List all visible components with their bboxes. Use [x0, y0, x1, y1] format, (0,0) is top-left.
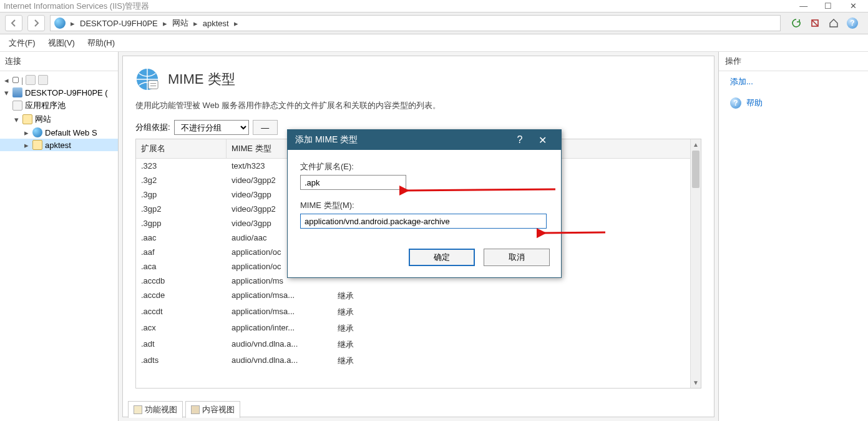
tree-node-apktest[interactable]: ▸ apktest: [0, 139, 118, 151]
actions-panel: 操作 添加... ? 帮助: [718, 52, 868, 421]
breadcrumb-sep-icon: ▸: [68, 19, 77, 28]
cell-ext: .accdb: [136, 274, 227, 288]
close-button[interactable]: ✕: [842, 1, 864, 11]
cell-ext: .aca: [136, 259, 227, 274]
tree-node-app-pools[interactable]: 应用程序池: [0, 99, 118, 112]
cell-mime: audio/vnd.dlna.a...: [227, 337, 333, 353]
menu-file[interactable]: 文件(F): [2, 35, 42, 51]
help-icon: ?: [730, 97, 741, 109]
group-by-label: 分组依据:: [135, 122, 170, 133]
view-tabs: 功能视图 内容视图: [128, 401, 240, 418]
globe-icon: [54, 17, 66, 29]
cell-ext: .3gp2: [136, 202, 227, 216]
menu-help[interactable]: 帮助(H): [81, 35, 121, 51]
expand-icon[interactable]: ▸: [22, 141, 30, 150]
mime-input[interactable]: [300, 214, 547, 229]
vertical-scrollbar[interactable]: ▲ ▼: [690, 139, 701, 388]
tree-node-label: Default Web S: [45, 128, 97, 137]
cell-mime: application/msa...: [227, 288, 333, 304]
tab-label: 内容视图: [202, 404, 235, 415]
cell-ext: .accde: [136, 288, 227, 304]
tab-content-view[interactable]: 内容视图: [185, 401, 240, 418]
ext-label: 文件扩展名(E):: [300, 161, 549, 172]
breadcrumb-seg-sites[interactable]: 网站: [172, 17, 188, 29]
menu-bar: 文件(F) 视图(V) 帮助(H): [0, 34, 868, 52]
cell-ext: .3gpp: [136, 216, 227, 230]
collapse-icon[interactable]: ▾: [2, 88, 10, 97]
cancel-button[interactable]: 取消: [484, 249, 550, 266]
add-mime-dialog: 添加 MIME 类型 ? ✕ 文件扩展名(E): MIME 类型(M): 确定 …: [287, 129, 562, 278]
tree-node-default-site[interactable]: ▸ Default Web S: [0, 126, 118, 139]
cell-ext: .adt: [136, 337, 227, 353]
table-row[interactable]: .accdeapplication/msa...继承: [136, 288, 690, 304]
action-label: 添加...: [730, 76, 753, 87]
breadcrumb-seg-site[interactable]: apktest: [203, 19, 229, 28]
expand-icon[interactable]: ▸: [22, 128, 30, 137]
connections-tree: ◂ | ▾ DESKTOP-U9FH0PE ( 应用程序池 ▾ 网站: [0, 71, 118, 154]
tree-home-icon[interactable]: [12, 77, 19, 83]
dialog-title: 添加 MIME 类型: [295, 134, 509, 146]
dialog-help-button[interactable]: ?: [509, 134, 531, 146]
folder-icon: [32, 140, 42, 150]
cell-entry: 继承: [333, 353, 414, 369]
nav-bar: ▸ DESKTOP-U9FH0PE ▸ 网站 ▸ apktest ▸ ?: [0, 12, 868, 34]
connections-header: 连接: [0, 52, 118, 71]
stop-icon[interactable]: [808, 16, 822, 30]
dialog-close-button[interactable]: ✕: [531, 134, 553, 146]
cell-ext: .aac: [136, 230, 227, 245]
back-button[interactable]: [5, 15, 22, 31]
minimize-button[interactable]: —: [792, 1, 815, 11]
scroll-down-icon[interactable]: ▼: [691, 377, 701, 388]
cell-entry: 继承: [333, 288, 414, 304]
group-by-select[interactable]: 不进行分组: [174, 120, 249, 135]
tree-node-sites[interactable]: ▾ 网站: [0, 112, 118, 126]
tab-feature-view[interactable]: 功能视图: [128, 401, 183, 418]
tree-sep: |: [21, 76, 23, 85]
tree-icon[interactable]: [38, 75, 48, 85]
table-row[interactable]: .acxapplication/inter...继承: [136, 320, 690, 337]
table-row[interactable]: .adtaudio/vnd.dlna.a...继承: [136, 337, 690, 353]
cell-ext: .3gp: [136, 187, 227, 202]
scroll-up-icon[interactable]: ▲: [691, 139, 701, 150]
cell-entry: 继承: [333, 320, 414, 337]
nav-toolbar-icons: ?: [786, 16, 863, 30]
actions-header: 操作: [719, 52, 868, 71]
cell-ext: .accdt: [136, 304, 227, 320]
table-row[interactable]: .accdtapplication/msa...继承: [136, 304, 690, 320]
breadcrumb-seg-host[interactable]: DESKTOP-U9FH0PE: [80, 19, 158, 28]
window-title: Internet Information Services (IIS)管理器: [4, 1, 792, 12]
scroll-thumb[interactable]: [692, 151, 700, 188]
refresh-icon[interactable]: [789, 16, 803, 30]
collapse-icon[interactable]: ▾: [12, 115, 20, 124]
menu-view[interactable]: 视图(V): [42, 35, 81, 51]
breadcrumb-sep-icon: ▸: [232, 19, 241, 28]
tree-expand-icon[interactable]: ◂: [2, 76, 10, 85]
cell-entry: 继承: [333, 337, 414, 353]
action-help[interactable]: ? 帮助: [719, 92, 868, 114]
cell-entry: 继承: [333, 304, 414, 320]
action-label: 帮助: [746, 97, 763, 109]
dialog-footer: 确定 取消: [288, 249, 561, 277]
forward-button[interactable]: [27, 15, 45, 31]
cell-ext: .323: [136, 159, 227, 173]
help-icon[interactable]: ?: [846, 16, 859, 30]
ok-button[interactable]: 确定: [409, 249, 475, 266]
dialog-titlebar[interactable]: 添加 MIME 类型 ? ✕: [288, 130, 561, 150]
table-row[interactable]: .adtsaudio/vnd.dlna.a...继承: [136, 353, 690, 369]
maximize-button[interactable]: ☐: [817, 1, 839, 11]
action-add[interactable]: 添加...: [719, 71, 868, 92]
tree-toolbar: ◂ |: [0, 74, 118, 86]
breadcrumb[interactable]: ▸ DESKTOP-U9FH0PE ▸ 网站 ▸ apktest ▸: [50, 15, 781, 31]
folder-icon: [22, 114, 32, 124]
ext-input[interactable]: [300, 175, 406, 190]
mime-types-icon: [135, 67, 159, 91]
tree-node-server[interactable]: ▾ DESKTOP-U9FH0PE (: [0, 86, 118, 99]
home-icon[interactable]: [827, 16, 841, 30]
tree-icon[interactable]: [26, 75, 36, 85]
page-title: MIME 类型: [168, 70, 235, 89]
col-extension[interactable]: 扩展名: [136, 139, 227, 158]
mime-label: MIME 类型(M):: [300, 200, 549, 211]
tree-node-label: 网站: [35, 114, 51, 125]
group-by-clear-button[interactable]: —: [253, 120, 278, 135]
connections-panel: 连接 ◂ | ▾ DESKTOP-U9FH0PE ( 应用程序池 ▾ 网: [0, 52, 119, 421]
